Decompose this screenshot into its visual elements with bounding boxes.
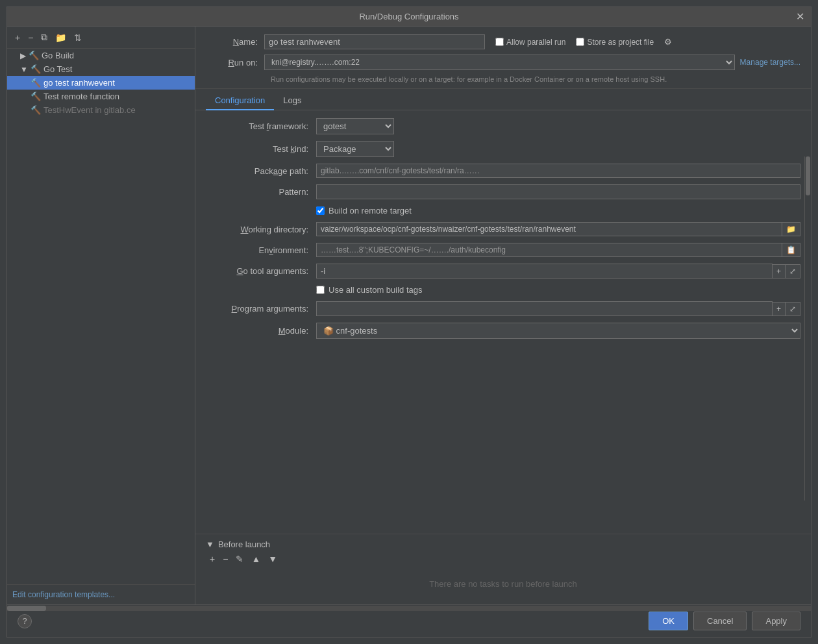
sidebar-toolbar: + − ⧉ 📁 ⇅ — [7, 27, 195, 49]
module-label: Module: — [206, 326, 316, 336]
footer-left: ? — [18, 614, 32, 628]
allow-parallel-checkbox[interactable] — [495, 38, 504, 46]
before-launch-chevron-icon[interactable]: ▼ — [206, 539, 214, 549]
program-args-input[interactable] — [316, 301, 773, 316]
help-button[interactable]: ? — [18, 614, 32, 628]
before-launch-header: ▼ Before launch — [206, 539, 800, 549]
sidebar-item-test-remote[interactable]: 🔨 Test remote function — [7, 90, 195, 103]
go-tool-label: Go tool arguments: — [206, 266, 316, 276]
test-kind-label: Test kind: — [206, 144, 316, 154]
test-kind-select[interactable]: Package — [316, 141, 394, 157]
before-launch-down-btn[interactable]: ▼ — [266, 553, 280, 565]
scrollbar-thumb — [806, 156, 810, 195]
dialog-title: Run/Debug Configurations — [359, 12, 458, 21]
go-build-icon: 🔨 — [29, 51, 39, 60]
ok-button[interactable]: OK — [649, 612, 688, 630]
tabs-bar: Configuration Logs — [195, 92, 811, 110]
test-kind-row: Test kind: Package — [206, 141, 800, 157]
title-bar: Run/Debug Configurations ✕ — [7, 7, 811, 27]
pattern-input[interactable] — [316, 184, 800, 199]
store-as-project-label[interactable]: Store as project file — [576, 38, 654, 47]
checkboxes-row: Allow parallel run Store as project file… — [495, 37, 672, 47]
edit-templates-link[interactable]: Edit configuration templates... — [7, 584, 195, 604]
run-debug-dialog: Run/Debug Configurations ✕ + − ⧉ 📁 ⇅ ▶ 🔨… — [6, 6, 812, 638]
go-test-ranhwevent-label: go test ranhwevent — [43, 78, 115, 88]
before-launch-empty: There are no tasks to run before launch — [206, 569, 800, 599]
store-as-project-checkbox[interactable] — [576, 38, 584, 46]
run-on-select[interactable]: kni@registry.…….com:22 — [264, 55, 735, 70]
program-args-expand2-btn[interactable]: ⤢ — [786, 302, 800, 316]
name-input[interactable] — [264, 34, 485, 49]
before-launch-up-btn[interactable]: ▲ — [249, 553, 263, 565]
working-dir-label: Working directory: — [206, 225, 316, 234]
go-build-chevron-icon: ▶ — [20, 51, 26, 60]
sidebar-tree: ▶ 🔨 Go Build ▼ 🔨 Go Test 🔨 go test ranhw… — [7, 49, 195, 584]
before-launch-add-btn[interactable]: + — [207, 553, 217, 565]
environment-label: Environment: — [206, 245, 316, 255]
go-test-label: Go Test — [43, 64, 73, 74]
pattern-row: Pattern: — [206, 184, 800, 199]
go-build-label: Go Build — [42, 51, 74, 60]
environment-edit-btn[interactable]: 📋 — [782, 243, 800, 257]
working-dir-input[interactable] — [316, 222, 782, 236]
custom-build-check[interactable]: Use all custom build tags — [316, 285, 423, 295]
package-path-label: Package path: — [206, 166, 316, 176]
manage-targets-link[interactable]: Manage targets... — [740, 58, 800, 67]
add-config-button[interactable]: + — [12, 31, 23, 44]
sidebar-item-go-test[interactable]: ▼ 🔨 Go Test — [7, 62, 195, 76]
name-label: Name: — [206, 37, 264, 47]
module-select[interactable]: 📦 cnf-gotests — [316, 323, 800, 339]
move-into-button[interactable]: 📁 — [53, 31, 69, 44]
before-launch-section: ▼ Before launch + − ✎ ▲ ▼ There are no t… — [195, 534, 811, 604]
sidebar: + − ⧉ 📁 ⇅ ▶ 🔨 Go Build ▼ 🔨 Go Test — [7, 27, 195, 604]
tab-configuration[interactable]: Configuration — [206, 92, 274, 110]
before-launch-toolbar: + − ✎ ▲ ▼ — [207, 553, 800, 565]
copy-config-button[interactable]: ⧉ — [38, 31, 50, 44]
go-tool-expand2-btn[interactable]: ⤢ — [786, 264, 800, 279]
close-button[interactable]: ✕ — [796, 12, 804, 22]
run-on-hint: Run configurations may be executed local… — [271, 75, 800, 83]
name-row: Name: Allow parallel run Store as projec… — [206, 34, 800, 49]
program-args-expand-btn[interactable]: + — [773, 302, 786, 316]
testhwevent-label: TestHwEvent in gitlab.ce — [43, 105, 136, 115]
testhwevent-icon: 🔨 — [31, 105, 41, 115]
sidebar-item-go-build[interactable]: ▶ 🔨 Go Build — [7, 49, 195, 62]
program-args-row: Program arguments: + ⤢ — [206, 301, 800, 316]
allow-parallel-label[interactable]: Allow parallel run — [495, 38, 565, 47]
package-path-row: Package path: — [206, 164, 800, 178]
sort-button[interactable]: ⇅ — [71, 31, 84, 44]
before-launch-remove-btn[interactable]: − — [220, 553, 230, 565]
run-on-row: Run on: kni@registry.…….com:22 Manage ta… — [206, 55, 800, 70]
go-tool-row: Go tool arguments: + ⤢ — [206, 264, 800, 279]
config-header: Name: Allow parallel run Store as projec… — [195, 27, 811, 89]
remove-config-button[interactable]: − — [25, 31, 36, 44]
sidebar-item-testhwevent[interactable]: 🔨 TestHwEvent in gitlab.ce — [7, 103, 195, 117]
custom-build-checkbox[interactable] — [316, 286, 325, 294]
cancel-button[interactable]: Cancel — [693, 612, 747, 630]
test-remote-label: Test remote function — [43, 92, 119, 101]
working-dir-browse-btn[interactable]: 📁 — [782, 222, 800, 236]
settings-icon[interactable]: ⚙ — [664, 37, 672, 47]
test-framework-label: Test framework: — [206, 121, 316, 131]
main-panel: Name: Allow parallel run Store as projec… — [195, 27, 811, 604]
vertical-scrollbar[interactable] — [804, 156, 811, 501]
build-remote-check[interactable]: Build on remote target — [316, 206, 412, 216]
before-launch-edit-btn[interactable]: ✎ — [233, 553, 246, 565]
apply-button[interactable]: Apply — [752, 612, 800, 630]
run-on-label: Run on: — [206, 58, 264, 68]
test-framework-row: Test framework: gotest — [206, 118, 800, 134]
build-remote-label: Build on remote target — [328, 206, 412, 216]
go-tool-expand-btn[interactable]: + — [773, 264, 786, 279]
config-content: Test framework: gotest Test kind: Packag… — [195, 110, 811, 534]
go-tool-input[interactable] — [316, 264, 773, 279]
module-row: Module: 📦 cnf-gotests — [206, 323, 800, 339]
tab-logs[interactable]: Logs — [274, 92, 310, 110]
environment-field: 📋 — [316, 243, 800, 257]
working-dir-row: Working directory: 📁 — [206, 222, 800, 236]
test-framework-select[interactable]: gotest — [316, 118, 394, 134]
environment-input[interactable] — [316, 243, 782, 257]
sidebar-item-go-test-ranhwevent[interactable]: 🔨 go test ranhwevent — [7, 76, 195, 90]
package-path-input[interactable] — [316, 164, 800, 178]
go-test-ranhwevent-icon: 🔨 — [31, 78, 41, 88]
build-remote-checkbox[interactable] — [316, 206, 325, 215]
